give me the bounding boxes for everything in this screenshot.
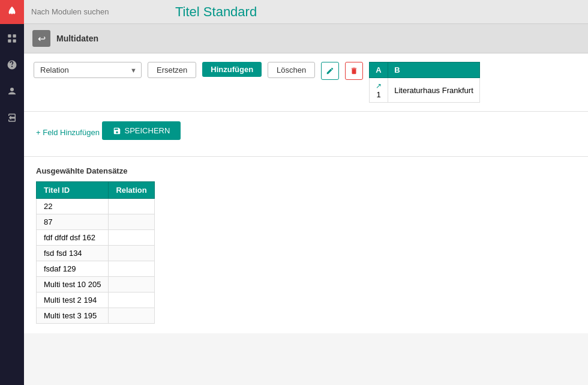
results-cell-a: 1 [377, 90, 381, 99]
svg-rect-1 [8, 34, 11, 37]
cell-titel-id: Multi test 10 205 [37, 276, 109, 292]
grid-icon [7, 33, 17, 44]
speichern-button[interactable]: SPEICHERN [102, 121, 181, 140]
svg-rect-2 [13, 34, 16, 37]
external-link-icon[interactable]: ↗ [376, 82, 382, 90]
sidebar-logo[interactable] [0, 0, 24, 24]
results-cell-b: Literaturhaus Frankfurt [388, 78, 480, 103]
table-row: fsdaf 129 [37, 261, 155, 276]
col-header-b: B [388, 62, 480, 78]
datensatze-area: Ausgewählte Datensätze Titel ID Relation… [24, 157, 588, 333]
actions-area: + Feld Hinzufügen SPEICHERN [24, 112, 588, 157]
datensatze-table: Titel ID Relation 2287fdf dfdf dsf 162fs… [36, 181, 155, 324]
relation-select-wrapper: Relation ▼ [34, 62, 142, 78]
sidebar-item-user[interactable] [0, 79, 24, 103]
loschen-button[interactable]: Löschen [268, 62, 315, 78]
add-field-link[interactable]: + Feld Hinzufügen [36, 128, 100, 137]
cell-relation [109, 245, 154, 261]
save-icon [113, 127, 121, 135]
ersetzen-button[interactable]: Ersetzen [148, 62, 196, 78]
delete-icon-button[interactable] [345, 62, 363, 80]
cell-titel-id: Multi test 3 195 [37, 308, 109, 323]
datensatze-tbody: 2287fdf dfdf dsf 162fsd fsd 134fsdaf 129… [37, 198, 155, 323]
relation-select[interactable]: Relation [34, 62, 142, 78]
top-header: Titel Standard [24, 0, 588, 24]
rocket-icon [5, 5, 19, 19]
cell-relation [109, 292, 154, 308]
back-button[interactable]: ↩ [32, 30, 50, 47]
page-title: Titel Standard [175, 4, 257, 20]
col-header-relation: Relation [109, 181, 154, 198]
content-area: ↩ Multidaten Relation ▼ Ersetzen Hinzufü… [24, 24, 588, 385]
section-header: ↩ Multidaten [24, 24, 588, 53]
table-row: Multi test 10 205 [37, 276, 155, 292]
cell-relation [109, 261, 154, 276]
pencil-icon [326, 67, 334, 75]
cell-relation [109, 198, 154, 214]
user-icon [7, 86, 17, 97]
col-header-titel-id: Titel ID [37, 181, 109, 198]
hinzufugen-button[interactable]: Hinzufügen [202, 62, 262, 77]
cell-relation [109, 276, 154, 292]
results-cell-link: ↗ 1 [370, 78, 388, 103]
logout-icon [7, 112, 17, 123]
cell-titel-id: fdf dfdf dsf 162 [37, 229, 109, 245]
col-header-a: A [370, 62, 388, 78]
sidebar [0, 0, 24, 385]
cell-relation [109, 229, 154, 245]
table-row: Multi test 2 194 [37, 292, 155, 308]
table-row: Multi test 3 195 [37, 308, 155, 323]
cell-titel-id: Multi test 2 194 [37, 292, 109, 308]
cell-titel-id: 87 [37, 214, 109, 229]
trash-icon [350, 67, 358, 75]
table-row: fdf dfdf dsf 162 [37, 229, 155, 245]
search-input[interactable] [31, 7, 139, 16]
table-row: 87 [37, 214, 155, 229]
table-header-row: Titel ID Relation [37, 181, 155, 198]
results-row: ↗ 1 Literaturhaus Frankfurt [370, 78, 480, 103]
speichern-label: SPEICHERN [125, 126, 170, 135]
datensatze-title: Ausgewählte Datensätze [36, 166, 576, 175]
cell-titel-id: 22 [37, 198, 109, 214]
toolbar: Relation ▼ Ersetzen Hinzufügen Löschen [24, 53, 588, 112]
main-content: Titel Standard ↩ Multidaten Relation ▼ E… [24, 0, 588, 385]
section-title: Multidaten [56, 34, 98, 43]
cell-titel-id: fsdaf 129 [37, 261, 109, 276]
svg-rect-3 [8, 40, 11, 43]
sidebar-item-help[interactable] [0, 53, 24, 77]
svg-point-0 [11, 12, 13, 14]
svg-rect-4 [13, 40, 16, 43]
cell-titel-id: fsd fsd 134 [37, 245, 109, 261]
cell-relation [109, 214, 154, 229]
cell-relation [109, 308, 154, 323]
help-icon [7, 59, 17, 70]
results-table: A B ↗ 1 Literaturhaus Frankfurt [369, 62, 480, 103]
edit-icon-button[interactable] [321, 62, 339, 80]
sidebar-item-dashboard[interactable] [0, 26, 24, 50]
sidebar-item-logout[interactable] [0, 106, 24, 130]
table-row: 22 [37, 198, 155, 214]
table-row: fsd fsd 134 [37, 245, 155, 261]
